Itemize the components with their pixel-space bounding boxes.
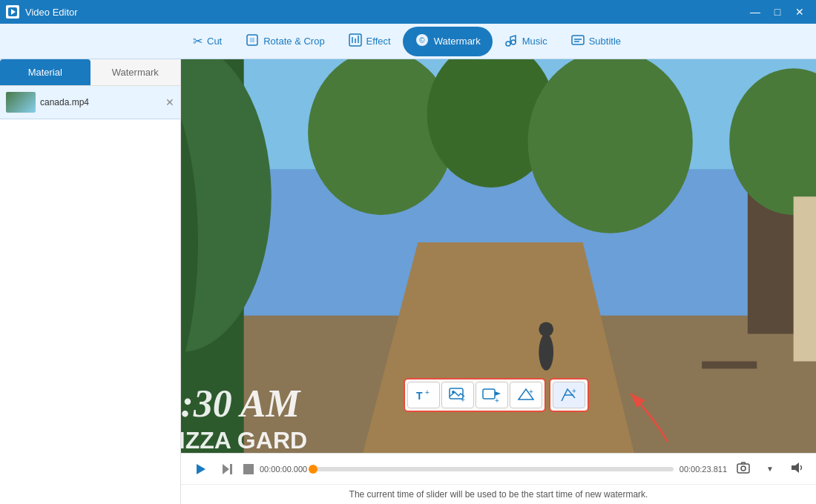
close-file-icon[interactable]: ✕ <box>165 96 174 108</box>
watermark-icon: © <box>415 33 430 50</box>
time-end: 00:00:23.811 <box>680 465 727 474</box>
svg-rect-48 <box>230 464 232 474</box>
svg-text:+: + <box>572 387 576 395</box>
status-bar: The current time of slider will be used … <box>181 484 816 504</box>
panel-tabs: Material Watermark <box>0 59 180 86</box>
tab-effect-label: Effect <box>366 36 391 47</box>
progress-bar[interactable] <box>313 467 674 471</box>
minimize-button[interactable]: — <box>745 4 766 20</box>
rotate-icon <box>246 33 259 50</box>
step-forward-button[interactable] <box>217 459 237 480</box>
tab-rotate-label: Rotate & Crop <box>263 36 324 47</box>
tab-effect[interactable]: Effect <box>337 27 403 56</box>
status-message: The current time of slider will be used … <box>349 489 648 500</box>
app-title: Video Editor <box>25 7 78 18</box>
tab-watermark[interactable]: © Watermark <box>403 27 493 56</box>
svg-point-32 <box>539 322 553 336</box>
main-area: Material Watermark canada.mp4 ✕ <box>0 59 816 504</box>
effect-icon <box>349 33 362 50</box>
svg-text:T: T <box>416 390 423 402</box>
time-start: 00:00:00.000 <box>260 465 307 474</box>
panel-content <box>0 119 180 504</box>
svg-rect-49 <box>737 464 749 473</box>
svg-text:+: + <box>425 388 430 397</box>
tab-rotate[interactable]: Rotate & Crop <box>234 27 336 56</box>
tab-subtitle[interactable]: Subtitle <box>559 27 633 56</box>
svg-text:+: + <box>529 388 533 396</box>
add-text-button[interactable]: T+ <box>407 382 440 408</box>
tab-cut-label: Cut <box>207 36 222 47</box>
video-preview[interactable]: 1:30 AM NIZZA GARD T+ + + + <box>181 59 816 453</box>
add-tools-group: T+ + + + <box>404 378 546 412</box>
file-name: canada.mp4 <box>40 97 89 107</box>
left-panel: Material Watermark canada.mp4 ✕ <box>0 59 181 504</box>
stop-button[interactable] <box>243 464 254 474</box>
add-image-button[interactable]: + <box>441 382 474 408</box>
video-toolbar: T+ + + + + <box>404 378 589 412</box>
close-button[interactable]: ✕ <box>789 4 810 20</box>
play-button[interactable] <box>190 459 211 480</box>
app-icon <box>6 5 19 19</box>
controls-bar: 00:00:00.000 00:00:23.811 ▼ <box>181 453 816 484</box>
svg-text:+: + <box>461 396 465 404</box>
svg-rect-11 <box>572 36 584 44</box>
svg-rect-29 <box>702 362 757 369</box>
svg-text:1:30 AM: 1:30 AM <box>181 382 301 425</box>
tab-cut[interactable]: ✂ Cut <box>181 27 234 56</box>
svg-point-10 <box>511 40 516 44</box>
svg-text:NIZZA GARD: NIZZA GARD <box>181 427 307 453</box>
svg-rect-40 <box>483 389 495 399</box>
tab-subtitle-label: Subtitle <box>589 36 621 47</box>
music-icon <box>504 33 518 50</box>
svg-marker-47 <box>223 464 229 474</box>
svg-point-31 <box>539 334 553 370</box>
subtitle-icon <box>571 33 585 50</box>
panel-tab-material[interactable]: Material <box>0 59 91 85</box>
remove-watermark-button[interactable]: + <box>553 382 585 408</box>
svg-rect-26 <box>794 196 816 361</box>
add-video-button[interactable]: + <box>476 382 508 408</box>
tab-watermark-label: Watermark <box>434 36 481 47</box>
svg-point-50 <box>741 466 746 471</box>
maximize-button[interactable]: □ <box>767 4 788 20</box>
progress-handle[interactable] <box>309 465 317 474</box>
svg-marker-51 <box>792 462 799 473</box>
screenshot-button[interactable] <box>733 459 754 480</box>
tab-music[interactable]: Music <box>493 27 559 56</box>
video-file-item[interactable]: canada.mp4 ✕ <box>0 86 180 119</box>
thumbnail-preview <box>6 92 36 113</box>
svg-marker-46 <box>197 464 205 474</box>
svg-marker-41 <box>495 391 501 396</box>
title-bar: Video Editor — □ ✕ <box>0 0 816 24</box>
panel-tab-watermark[interactable]: Watermark <box>91 59 181 85</box>
svg-point-9 <box>506 42 510 46</box>
video-area: 1:30 AM NIZZA GARD T+ + + + <box>181 59 816 504</box>
tab-music-label: Music <box>522 36 547 47</box>
svg-text:©: © <box>419 36 425 44</box>
camera-dropdown-button[interactable]: ▼ <box>760 459 780 480</box>
tab-bar: ✂ Cut Rotate & Crop Effect © Watermark M… <box>0 24 816 59</box>
add-shape-button[interactable]: + <box>510 382 542 408</box>
volume-button[interactable] <box>786 459 807 480</box>
cut-icon: ✂ <box>193 34 203 48</box>
svg-text:+: + <box>495 397 499 405</box>
remove-tool-group: + <box>549 378 589 412</box>
